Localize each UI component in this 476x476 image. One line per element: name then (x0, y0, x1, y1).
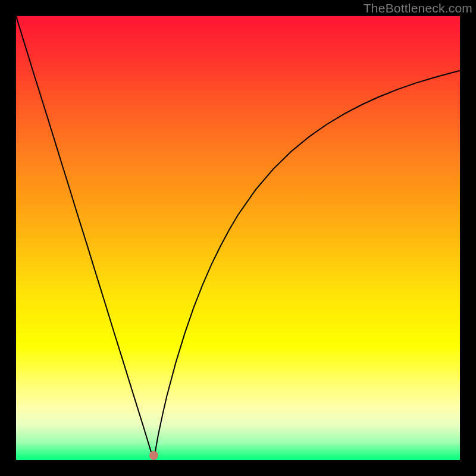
chart-background (16, 16, 460, 460)
chart-canvas (16, 16, 460, 460)
optimum-marker (149, 451, 158, 460)
chart-frame (16, 16, 460, 460)
watermark-text: TheBottleneck.com (364, 1, 472, 15)
